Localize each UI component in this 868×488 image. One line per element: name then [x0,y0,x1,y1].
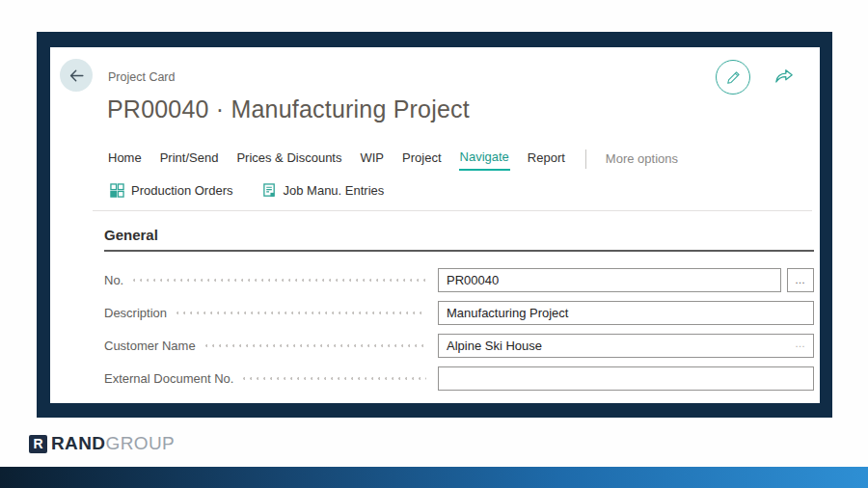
description-label: Description [104,306,167,320]
navigate-action-bar: Production Orders Job Manu. Entries [110,183,384,198]
general-section-rule [104,250,814,252]
production-orders-icon [110,183,124,198]
description-input[interactable] [438,301,814,325]
ribbon-menu: Home Print/Send Prices & Discounts WIP P… [107,147,678,171]
screenshot-frame: Project Card PR00040 · Manufacturing Pro… [37,32,832,418]
brand-name-bold: RAND [51,433,106,454]
pencil-icon [725,69,742,86]
randgroup-logo: R RANDGROUP [29,433,175,454]
no-label: No. [104,273,123,287]
menu-divider [585,149,586,169]
randgroup-logo-mark: R [29,435,47,453]
dotted-leader [205,344,426,347]
menu-item-print-send[interactable]: Print/Send [159,148,220,170]
dotted-leader [176,312,426,314]
menu-item-report[interactable]: Report [527,148,566,170]
production-orders-button[interactable]: Production Orders [110,183,233,198]
field-row-external-doc-no: External Document No. [104,366,814,391]
project-card-window: Project Card PR00040 · Manufacturing Pro… [50,47,820,403]
action-label: Job Manu. Entries [284,183,385,198]
no-assist-edit-button[interactable]: … [787,268,814,292]
job-manu-entries-button[interactable]: Job Manu. Entries [262,183,385,198]
share-icon[interactable] [773,68,795,87]
customer-name-lookup-button[interactable]: … [795,338,806,349]
more-options-button[interactable]: More options [606,151,678,166]
back-button[interactable] [60,59,93,92]
edit-button[interactable] [716,60,750,95]
external-doc-no-input[interactable] [438,366,814,391]
back-arrow-icon [68,67,86,85]
field-row-description: Description [104,300,814,325]
customer-name-label: Customer Name [104,339,196,353]
menu-item-home[interactable]: Home [107,148,143,170]
field-row-customer-name: Customer Name … [104,333,814,358]
customer-name-input[interactable] [438,334,814,358]
field-row-no: No. … [104,267,814,292]
menu-item-navigate[interactable]: Navigate [459,147,510,171]
page-title: PR00040 · Manufacturing Project [107,95,470,123]
ribbon-divider [93,210,812,211]
brand-name-light: GROUP [106,433,176,454]
action-label: Production Orders [131,183,233,198]
slide-background: Project Card PR00040 · Manufacturing Pro… [0,0,868,488]
menu-item-prices-discounts[interactable]: Prices & Discounts [235,148,342,170]
external-doc-no-label: External Document No. [104,371,233,386]
general-section-title: General [104,227,158,243]
menu-item-wip[interactable]: WIP [359,148,385,170]
job-entries-icon [262,183,277,198]
no-input[interactable] [438,268,781,292]
page-caption: Project Card [108,70,175,84]
gradient-accent-bar [0,467,868,488]
dotted-leader [133,279,426,282]
dotted-leader [243,377,426,380]
menu-item-project[interactable]: Project [401,148,442,170]
